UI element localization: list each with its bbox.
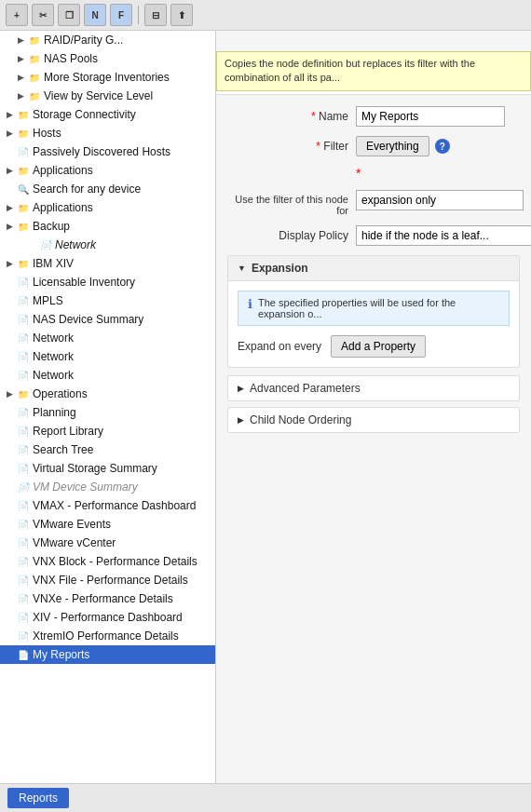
child-ordering-header[interactable]: ▶ Child Node Ordering — [228, 408, 519, 432]
sidebar-item-raid-parity[interactable]: 📁 RAID/Parity G... — [0, 31, 215, 49]
sidebar-item-ibm-xiv[interactable]: 📁 IBM XIV — [0, 254, 215, 273]
export-button[interactable]: ⬆ — [170, 4, 193, 26]
child-ordering-label: Child Node Ordering — [250, 413, 351, 426]
new-button[interactable]: + — [6, 4, 28, 26]
sidebar-item-vnx-file[interactable]: 📄 VNX File - Performance Details — [0, 571, 215, 589]
sidebar-item-virtual-storage[interactable]: 📄 Virtual Storage Summary — [0, 459, 215, 478]
use-filter-value — [356, 190, 524, 210]
cut-button[interactable]: ✂ — [32, 4, 54, 26]
n-button[interactable]: N — [84, 4, 106, 26]
sidebar-item-my-reports[interactable]: 📄 My Reports — [0, 645, 215, 664]
sidebar-item-label: Licensable Inventory — [33, 276, 135, 289]
sidebar-item-operations[interactable]: 📁 Operations — [0, 385, 215, 403]
filter-label: * Filter — [227, 136, 348, 153]
add-property-button[interactable]: Add a Property — [331, 335, 426, 358]
expansion-section: ▼ Expansion ℹ The specified properties w… — [227, 255, 520, 368]
sidebar-item-network-2[interactable]: 📄 Network — [0, 347, 215, 366]
n-icon: N — [91, 10, 98, 20]
toolbar: + ✂ ❐ N F ⊟ ⬆ — [0, 0, 531, 31]
doc-icon: 📄 — [17, 406, 30, 419]
expand-arrow — [4, 202, 15, 213]
folder-icon: 📁 — [17, 164, 30, 177]
sidebar-item-label: Network — [33, 369, 74, 382]
display-policy-input[interactable] — [356, 225, 531, 246]
tooltip: Copies the node definition but replaces … — [216, 51, 531, 91]
display-policy-row: Display Policy — [227, 225, 520, 246]
sidebar-item-nas-device[interactable]: 📄 NAS Device Summary — [0, 310, 215, 329]
sidebar-item-nas-pools[interactable]: 📁 NAS Pools — [0, 49, 215, 68]
sidebar-item-vmware-vcenter[interactable]: 📄 VMware vCenter — [0, 534, 215, 552]
sidebar-item-network-1[interactable]: 📄 Network — [0, 329, 215, 347]
filter-value: Everything ? — [356, 136, 520, 156]
sidebar-item-hosts[interactable]: 📁 Hosts — [0, 124, 215, 142]
sidebar-item-vm-device[interactable]: 📄 VM Device Summary — [0, 478, 215, 496]
doc-icon: 📄 — [17, 499, 30, 512]
sidebar-item-applications-2[interactable]: 📁 Applications — [0, 198, 215, 217]
grid-button[interactable]: ⊟ — [144, 4, 167, 26]
sidebar-item-vmware-events[interactable]: 📄 VMware Events — [0, 515, 215, 534]
sidebar-item-vmax-perf[interactable]: 📄 VMAX - Performance Dashboard — [0, 496, 215, 515]
expansion-body: ℹ The specified properties will be used … — [228, 281, 519, 367]
doc-icon: 📄 — [17, 313, 30, 326]
sidebar-item-label: Network — [33, 332, 74, 345]
sidebar-item-xtremio[interactable]: 📄 XtremIO Performance Details — [0, 627, 215, 645]
sidebar-item-report-library[interactable]: 📄 Report Library — [0, 422, 215, 440]
sidebar-item-label: Report Library — [33, 425, 103, 438]
copy-button[interactable]: ❐ — [58, 4, 80, 26]
sidebar-item-xiv-perf[interactable]: 📄 XIV - Performance Dashboard — [0, 608, 215, 627]
tooltip-text: Copies the node definition but replaces … — [225, 58, 475, 83]
sidebar-item-network-italic[interactable]: 📄 Network — [0, 236, 215, 254]
sidebar-item-label: Search Tree — [33, 443, 93, 456]
sidebar-item-label: Virtual Storage Summary — [33, 462, 157, 475]
sidebar-item-label: Passively Discovered Hosts — [33, 145, 170, 158]
doc-icon: 📄 — [17, 443, 30, 456]
sidebar-item-label: VM Device Summary — [33, 480, 138, 494]
sidebar-item-label: VMAX - Performance Dashboard — [33, 499, 196, 512]
filter-row: * Filter Everything ? — [227, 136, 520, 156]
sidebar-item-more-storage[interactable]: 📁 More Storage Inventories — [0, 68, 215, 87]
doc-icon: 📄 — [17, 648, 30, 661]
asterisk-label — [227, 166, 348, 169]
content-panel: Copies the node definition but replaces … — [216, 31, 531, 783]
advanced-params-header[interactable]: ▶ Advanced Parameters — [228, 376, 519, 400]
reports-tab[interactable]: Reports — [7, 788, 69, 808]
use-filter-input[interactable] — [356, 190, 524, 210]
sidebar-item-view-by-service[interactable]: 📁 View by Service Level — [0, 87, 215, 105]
sidebar-item-passively-discovered[interactable]: 📄 Passively Discovered Hosts — [0, 142, 215, 161]
expansion-header[interactable]: ▼ Expansion — [228, 256, 519, 281]
sidebar-item-backup[interactable]: 📁 Backup — [0, 217, 215, 236]
folder-icon: 📁 — [17, 201, 30, 214]
sidebar-item-vnxe-perf[interactable]: 📄 VNXe - Performance Details — [0, 589, 215, 608]
sidebar-item-storage-connectivity[interactable]: 📁 Storage Connectivity — [0, 105, 215, 124]
adv-arrow: ▶ — [238, 384, 244, 393]
name-value — [356, 106, 520, 127]
f-button[interactable]: F — [110, 4, 132, 26]
expand-arrow — [4, 128, 15, 139]
sidebar-item-label: View by Service Level — [44, 89, 153, 102]
folder-icon: 📁 — [28, 52, 41, 65]
sidebar-item-label: VNX File - Performance Details — [33, 574, 188, 587]
sidebar-item-mpls[interactable]: 📄 MPLS — [0, 291, 215, 310]
sidebar-item-applications[interactable]: 📁 Applications — [0, 161, 215, 180]
folder-icon: 📁 — [17, 127, 30, 140]
f-icon: F — [118, 10, 124, 20]
name-row: * Name — [227, 106, 520, 127]
sidebar-item-search-tree[interactable]: 📄 Search Tree — [0, 440, 215, 459]
sidebar-item-planning[interactable]: 📄 Planning — [0, 403, 215, 422]
info-icon: ℹ — [248, 297, 252, 311]
sidebar-item-label: XtremIO Performance Details — [33, 629, 179, 643]
sidebar-item-network-3[interactable]: 📄 Network — [0, 366, 215, 385]
sidebar-item-search-device[interactable]: 🔍 Search for any device — [0, 180, 215, 198]
sidebar-item-label: VMware Events — [33, 518, 111, 531]
copy-icon: ❐ — [65, 10, 74, 20]
expansion-title: Expansion — [252, 262, 308, 275]
sidebar-item-licensable[interactable]: 📄 Licensable Inventory — [0, 273, 215, 291]
doc-icon: 📄 — [17, 294, 30, 307]
name-input[interactable] — [356, 106, 505, 127]
grid-icon: ⊟ — [152, 10, 159, 20]
help-icon[interactable]: ? — [435, 139, 450, 154]
sidebar-item-label: Planning — [33, 406, 76, 419]
filter-button[interactable]: Everything — [356, 136, 429, 156]
sidebar-item-label: IBM XIV — [33, 257, 74, 270]
sidebar-item-vnx-block[interactable]: 📄 VNX Block - Performance Details — [0, 552, 215, 571]
